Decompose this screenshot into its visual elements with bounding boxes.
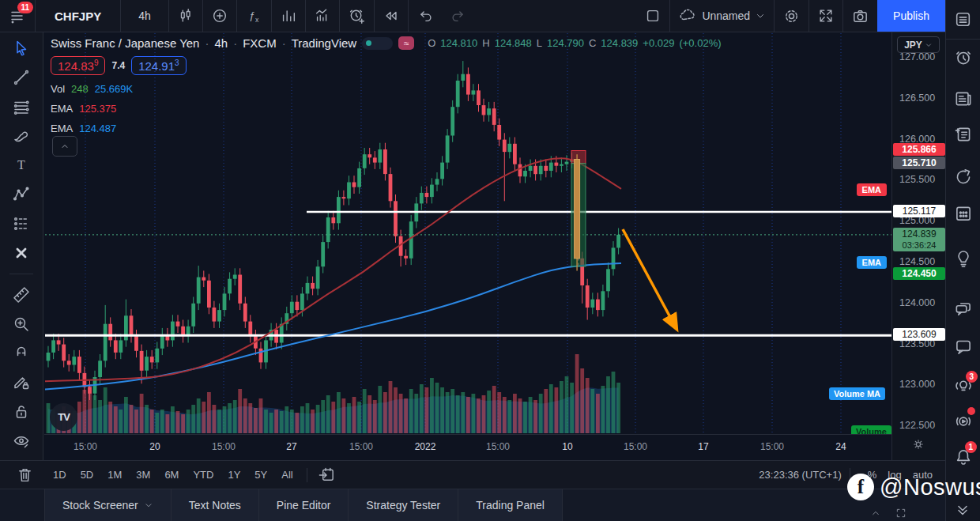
price-axis[interactable]: JPY 127.000126.500126.000125.500125.0001… <box>891 32 946 460</box>
hotlists-button[interactable] <box>953 167 974 187</box>
range-1d[interactable]: 1D <box>47 466 72 483</box>
header-interval[interactable]: 4h <box>214 36 228 50</box>
hide-drawings-tool[interactable] <box>9 431 33 451</box>
range-1y[interactable]: 1Y <box>222 466 246 483</box>
compare-plus-icon <box>211 7 228 25</box>
ideas-button[interactable] <box>953 248 974 269</box>
streams-button[interactable]: 3 <box>953 376 974 396</box>
svg-text:T: T <box>17 158 25 172</box>
tab-pine-editor[interactable]: Pine Editor <box>259 489 349 521</box>
watermark-handle: @Noswus <box>880 474 980 500</box>
text-tool[interactable]: T <box>9 155 33 176</box>
main-menu-button[interactable]: 11 <box>0 0 35 32</box>
notifications-button[interactable]: 1 <box>953 447 974 467</box>
header-provider[interactable]: TradingView <box>292 36 357 50</box>
live-streams-button[interactable] <box>953 411 974 432</box>
chart-style-button[interactable] <box>169 0 202 32</box>
interval-button[interactable]: 4h <box>121 0 168 32</box>
indicator-templates-button[interactable] <box>272 0 305 32</box>
chart-settings-button[interactable] <box>775 0 808 32</box>
news-button[interactable] <box>953 89 974 109</box>
private-chat-button[interactable] <box>953 336 974 357</box>
symbol-search-button[interactable]: CHFJPY <box>36 0 120 32</box>
currency-selector[interactable]: JPY <box>897 36 940 53</box>
delete-drawings-button[interactable] <box>13 465 36 485</box>
sell-button[interactable]: 124.839 <box>51 56 105 75</box>
pane-maximize-button[interactable] <box>895 507 907 519</box>
layout-button[interactable] <box>636 0 669 32</box>
tradingview-logo[interactable]: TV <box>50 403 77 431</box>
fundamental-metrics-button[interactable] <box>306 0 339 32</box>
object-tree-button[interactable] <box>953 9 974 30</box>
lock-drawings-tool[interactable] <box>9 402 33 422</box>
change-value: +0.029 <box>643 37 674 49</box>
sun-icon[interactable] <box>911 437 925 451</box>
measure-tool[interactable] <box>9 285 33 305</box>
tab-text-notes[interactable]: Text Notes <box>172 489 259 521</box>
calendar-button[interactable] <box>953 203 974 224</box>
ema-slow-legend[interactable]: EMA 124.487 <box>51 123 116 134</box>
alarm-clock-plus-icon <box>348 7 366 25</box>
indicators-button[interactable]: ƒx <box>237 0 271 32</box>
compare-button[interactable] <box>203 0 236 32</box>
redo-button[interactable] <box>442 0 475 32</box>
public-chats-button[interactable] <box>953 298 974 319</box>
go-to-date-button[interactable] <box>315 465 339 485</box>
buy-button[interactable]: 124.913 <box>131 56 186 75</box>
range-3m[interactable]: 3M <box>130 466 156 483</box>
right-sidebar: 3 1 <box>945 0 980 521</box>
sidebar-collapse-button[interactable] <box>953 500 974 520</box>
text-icon: T <box>12 156 31 175</box>
tab-stock-screener[interactable]: Stock Screener <box>44 489 172 521</box>
tab-strategy-tester[interactable]: Strategy Tester <box>349 489 458 521</box>
chart-area[interactable]: Swiss Franc / Japanese Yen · 4h · FXCM ·… <box>44 32 891 434</box>
drawing-mode-lock-tool[interactable] <box>9 372 33 393</box>
projection-tool[interactable] <box>9 213 33 234</box>
text-notes-button[interactable] <box>953 124 974 145</box>
cursor-tool[interactable] <box>9 38 33 59</box>
range-6m[interactable]: 6M <box>159 466 184 483</box>
volume-legend[interactable]: Vol 248 25.669K <box>51 83 133 95</box>
range-1m[interactable]: 1M <box>102 466 127 483</box>
snapshot-button[interactable] <box>843 0 877 32</box>
session-clock[interactable]: 23:23:36 (UTC+1) <box>759 469 841 481</box>
ema-fast-legend[interactable]: EMA 125.375 <box>51 103 116 115</box>
trend-line-tool[interactable] <box>9 67 33 88</box>
menu-badge: 11 <box>17 2 33 13</box>
range-all[interactable]: All <box>276 466 298 483</box>
gear-icon <box>782 7 801 25</box>
undo-button[interactable] <box>409 0 442 32</box>
time-axis[interactable]: 15:002015:002715:00202215:001015:001715:… <box>44 434 891 461</box>
zoom-in-tool[interactable] <box>9 314 33 334</box>
remove-drawings-tool[interactable] <box>9 243 33 263</box>
fx-rate-toggle[interactable]: ≈ <box>398 36 414 50</box>
range-5y[interactable]: 5Y <box>249 466 273 483</box>
cloud-save-button[interactable]: Unnamed <box>670 0 774 32</box>
legend-collapse-button[interactable] <box>52 136 77 157</box>
range-ytd[interactable]: YTD <box>187 466 219 483</box>
pane-collapse-button[interactable] <box>869 507 882 519</box>
market-status-pill[interactable] <box>362 37 393 50</box>
fib-retracement-tool[interactable] <box>9 96 33 117</box>
cloud-icon <box>678 6 697 25</box>
publish-button[interactable]: Publish <box>877 0 945 32</box>
panel-list-icon <box>953 9 973 29</box>
tab-trading-panel[interactable]: Trading Panel <box>458 489 563 521</box>
alert-button[interactable] <box>340 0 374 32</box>
chats-icon <box>953 298 974 319</box>
brush-tool[interactable] <box>9 126 33 146</box>
symbol-title[interactable]: Swiss Franc / Japanese Yen <box>51 36 199 50</box>
fullscreen-button[interactable] <box>809 0 842 32</box>
fx-indicators-icon: ƒx <box>245 7 263 25</box>
header-exchange[interactable]: FXCM <box>243 36 277 50</box>
time-tick: 20 <box>149 441 160 452</box>
ema-fast-value: 125.375 <box>79 103 116 115</box>
fib-lines-icon <box>12 97 31 116</box>
pattern-tool[interactable] <box>9 184 33 205</box>
replay-button[interactable] <box>375 0 408 32</box>
alerts-button[interactable] <box>953 47 974 68</box>
range-5d[interactable]: 5D <box>75 466 100 483</box>
svg-text:x: x <box>255 16 259 24</box>
symbol-header: Swiss Franc / Japanese Yen · 4h · FXCM ·… <box>51 36 722 50</box>
magnet-mode-tool[interactable] <box>9 343 33 364</box>
